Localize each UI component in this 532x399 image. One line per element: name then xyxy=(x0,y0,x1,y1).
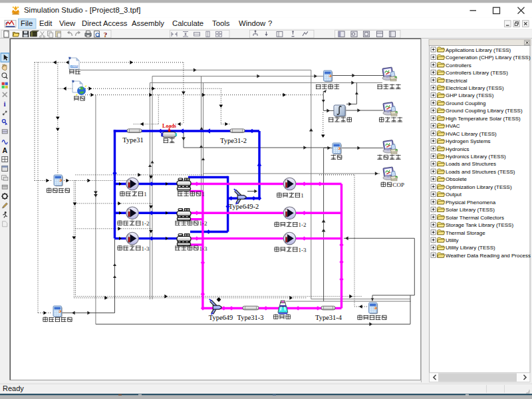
svg-text:Loads and Structures (TESS): Loads and Structures (TESS) xyxy=(446,169,515,175)
svg-text:Ground Coupling Library (TESS): Ground Coupling Library (TESS) xyxy=(446,108,523,114)
svg-text:Hydronics Library (TESS): Hydronics Library (TESS) xyxy=(446,154,506,160)
svg-text:Hydronics: Hydronics xyxy=(446,146,469,152)
svg-text:1: 1 xyxy=(301,192,304,199)
svg-text:Ground Coupling: Ground Coupling xyxy=(446,100,485,106)
svg-text:Ready: Ready xyxy=(3,384,24,392)
svg-text:1-2: 1-2 xyxy=(299,221,307,228)
svg-text:Thermal Storage: Thermal Storage xyxy=(446,230,485,236)
svg-text:Obsolete: Obsolete xyxy=(446,176,467,182)
svg-text:Solar Thermal Collectors: Solar Thermal Collectors xyxy=(446,215,504,221)
svg-text:File: File xyxy=(21,19,33,27)
svg-text:1-2: 1-2 xyxy=(142,220,150,227)
svg-text:Solar Library (TESS): Solar Library (TESS) xyxy=(446,207,495,213)
svg-text:Electrical Library (TESS): Electrical Library (TESS) xyxy=(446,85,504,91)
svg-text:HVAC Library (TESS): HVAC Library (TESS) xyxy=(446,131,497,137)
svg-text:?: ? xyxy=(268,19,272,27)
svg-text:Output: Output xyxy=(446,192,462,198)
svg-text:Type649: Type649 xyxy=(209,314,233,321)
svg-text:Cogeneration (CHP) Library (TE: Cogeneration (CHP) Library (TESS) xyxy=(446,55,531,61)
svg-text:Type649-2: Type649-2 xyxy=(229,203,259,210)
svg-text:1-2: 1-2 xyxy=(200,220,207,227)
svg-text:Controllers Library (TESS): Controllers Library (TESS) xyxy=(446,70,508,76)
svg-text:Hydrogen Systems: Hydrogen Systems xyxy=(446,138,491,144)
svg-text:Type31-2: Type31-2 xyxy=(220,137,247,144)
svg-text:1: 1 xyxy=(144,191,147,198)
svg-text:Applications Library (TESS): Applications Library (TESS) xyxy=(446,47,511,53)
svg-text:Simulation Studio - [Project8_: Simulation Studio - [Project8_3.tpf] xyxy=(24,6,140,14)
svg-text:Tools: Tools xyxy=(212,19,230,27)
svg-text:Utility: Utility xyxy=(446,237,459,243)
svg-text:Storage Tank Library (TESS): Storage Tank Library (TESS) xyxy=(446,222,513,228)
svg-text:1-3: 1-3 xyxy=(299,247,307,253)
svg-text:Type31-4: Type31-4 xyxy=(315,314,342,321)
svg-text:Controllers: Controllers xyxy=(446,63,471,68)
svg-text:Type31: Type31 xyxy=(122,136,143,144)
svg-text:USER: USER xyxy=(70,65,78,68)
svg-text:View: View xyxy=(59,19,76,27)
svg-text:1-3: 1-3 xyxy=(200,245,207,252)
svg-text:1-3: 1-3 xyxy=(142,245,150,252)
svg-text:?: ? xyxy=(104,31,108,39)
svg-text:Loads: Loads xyxy=(162,123,176,129)
svg-text:HVAC: HVAC xyxy=(446,123,460,129)
svg-text:Edit: Edit xyxy=(39,19,53,27)
svg-text:Electrical: Electrical xyxy=(446,78,467,84)
svg-text:High Temperature Solar (TESS): High Temperature Solar (TESS) xyxy=(446,116,521,122)
svg-text:Physical Phenomena: Physical Phenomena xyxy=(446,200,496,205)
svg-text:Window: Window xyxy=(239,19,266,27)
svg-text:Assembly: Assembly xyxy=(132,19,164,27)
svg-text:Loads and Structures: Loads and Structures xyxy=(446,161,496,167)
svg-text:Utility Library (TESS): Utility Library (TESS) xyxy=(446,245,495,251)
svg-text:GHP Library (TESS): GHP Library (TESS) xyxy=(446,92,494,98)
svg-text:A: A xyxy=(3,146,8,154)
svg-text:Type31-3: Type31-3 xyxy=(237,314,263,321)
svg-text:Optimization Library (TESS): Optimization Library (TESS) xyxy=(446,184,512,190)
svg-text:1: 1 xyxy=(201,191,205,198)
svg-text:COP: COP xyxy=(392,182,404,188)
svg-text:Calculate: Calculate xyxy=(172,19,203,27)
svg-text:Direct Access: Direct Access xyxy=(82,19,128,27)
svg-text:Weather Data Reading and Proce: Weather Data Reading and Process xyxy=(446,253,531,259)
svg-text:i: i xyxy=(4,100,6,108)
